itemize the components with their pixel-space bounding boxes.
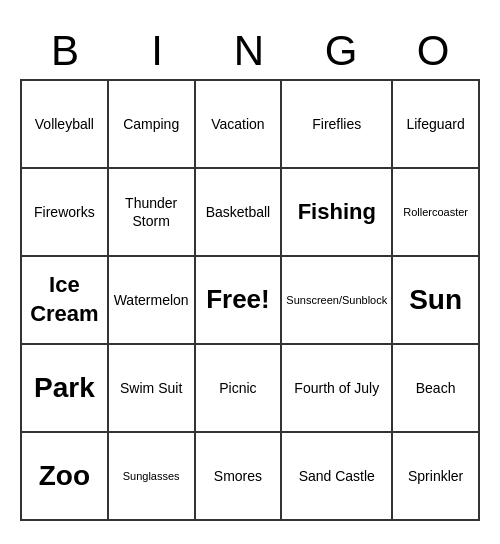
header-letter: I [112, 23, 204, 79]
header-letter: G [296, 23, 388, 79]
bingo-cell: Watermelon [109, 257, 196, 345]
cell-label: Smores [214, 467, 262, 485]
cell-label: Sunscreen/Sunblock [286, 293, 387, 307]
bingo-cell: Sprinkler [393, 433, 480, 521]
bingo-cell: Picnic [196, 345, 283, 433]
bingo-cell: Lifeguard [393, 81, 480, 169]
bingo-cell: Fireworks [22, 169, 109, 257]
cell-label: Picnic [219, 379, 256, 397]
bingo-cell: Fireflies [282, 81, 393, 169]
cell-label: Free! [206, 283, 270, 317]
cell-label: Fourth of July [294, 379, 379, 397]
cell-label: Lifeguard [406, 115, 464, 133]
cell-label: Sprinkler [408, 467, 463, 485]
bingo-cell: Sun [393, 257, 480, 345]
bingo-cell: Thunder Storm [109, 169, 196, 257]
cell-label: Sun [409, 282, 462, 318]
header-letter: N [204, 23, 296, 79]
bingo-cell: Sand Castle [282, 433, 393, 521]
bingo-cell: Vacation [196, 81, 283, 169]
bingo-cell: Free! [196, 257, 283, 345]
bingo-cell: Camping [109, 81, 196, 169]
cell-label: Zoo [39, 458, 90, 494]
bingo-cell: Swim Suit [109, 345, 196, 433]
bingo-cell: Park [22, 345, 109, 433]
cell-label: Watermelon [114, 291, 189, 309]
cell-label: Ice Cream [26, 271, 103, 328]
cell-label: Volleyball [35, 115, 94, 133]
cell-label: Sand Castle [299, 467, 375, 485]
cell-label: Vacation [211, 115, 264, 133]
cell-label: Fireworks [34, 203, 95, 221]
bingo-cell: Volleyball [22, 81, 109, 169]
cell-label: Fishing [298, 198, 376, 227]
cell-label: Park [34, 370, 95, 406]
cell-label: Rollercoaster [403, 205, 468, 219]
bingo-grid: VolleyballCampingVacationFirefliesLifegu… [20, 79, 480, 521]
bingo-cell: Zoo [22, 433, 109, 521]
bingo-cell: Fourth of July [282, 345, 393, 433]
header-letter: B [20, 23, 112, 79]
cell-label: Camping [123, 115, 179, 133]
bingo-cell: Sunscreen/Sunblock [282, 257, 393, 345]
cell-label: Fireflies [312, 115, 361, 133]
cell-label: Sunglasses [123, 469, 180, 483]
cell-label: Beach [416, 379, 456, 397]
header-letter: O [388, 23, 480, 79]
bingo-header: BINGO [20, 23, 480, 79]
bingo-cell: Basketball [196, 169, 283, 257]
bingo-cell: Smores [196, 433, 283, 521]
bingo-cell: Beach [393, 345, 480, 433]
bingo-cell: Ice Cream [22, 257, 109, 345]
cell-label: Swim Suit [120, 379, 182, 397]
bingo-card: BINGO VolleyballCampingVacationFireflies… [10, 13, 490, 531]
bingo-cell: Sunglasses [109, 433, 196, 521]
cell-label: Thunder Storm [113, 194, 190, 230]
bingo-cell: Fishing [282, 169, 393, 257]
cell-label: Basketball [206, 203, 271, 221]
bingo-cell: Rollercoaster [393, 169, 480, 257]
